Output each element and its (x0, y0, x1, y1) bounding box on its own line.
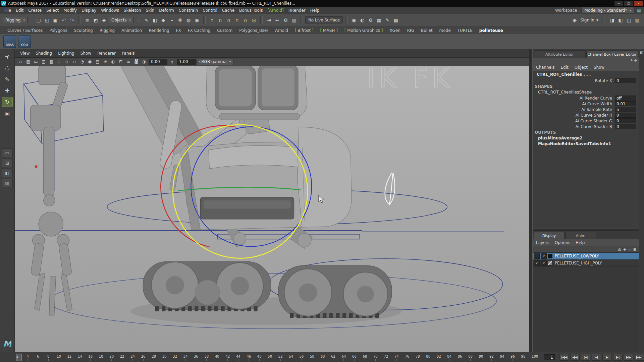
lasso-select-tool[interactable]: ◌ (2, 63, 13, 73)
colorspace-selector[interactable]: sRGB gamma ▾ (197, 59, 233, 65)
menu-set-selector[interactable]: Rigging ▾ (3, 17, 28, 23)
channel-value-field[interactable]: 0 (615, 124, 636, 129)
go-to-start-button[interactable]: |◀◀ (559, 354, 569, 361)
menu-item[interactable]: [Arnold] (265, 7, 286, 13)
miscellaneous-mask-icon[interactable]: ◍ (184, 16, 193, 24)
workspace-switch-icon[interactable]: ▦ (636, 8, 642, 13)
menu-item[interactable]: Skeleton (121, 7, 144, 13)
shelf-tab[interactable]: Polygons (47, 27, 70, 34)
gate-mask-icon[interactable]: ▩ (48, 58, 55, 65)
sign-in-button[interactable]: Sign In (581, 18, 594, 22)
menu-item[interactable]: Select (44, 7, 61, 13)
menu-item[interactable]: Modify (61, 7, 79, 13)
maximize-button[interactable]: ▢ (624, 1, 633, 6)
shelf-tab[interactable]: TURTLE (455, 27, 475, 34)
layer-row[interactable]: P PELLETEUSE_LOWPOLY (533, 253, 639, 260)
play-forwards-button[interactable]: ▶ (602, 354, 612, 361)
panel-menu-item[interactable]: Panels (119, 50, 138, 56)
shelf-tab[interactable]: Custom (214, 27, 235, 34)
step-back-key-button[interactable]: ◀◀ (570, 354, 580, 361)
channel-box-menu-item[interactable]: Edit (561, 65, 569, 70)
menu-item[interactable]: RRender (286, 7, 308, 13)
redo-icon[interactable]: ↷ (68, 16, 76, 24)
shelf-tab[interactable]: Rigging (97, 27, 117, 34)
shelf-tab[interactable]: FX (173, 27, 184, 34)
new-layer-from-selected-icon[interactable]: ▱ (628, 247, 631, 252)
open-scene-icon[interactable]: ◰ (43, 16, 51, 24)
show-workspace-icon[interactable]: ▥ (633, 16, 641, 24)
layer-editor-tab[interactable]: Display (534, 232, 565, 239)
shelf-tab[interactable]: Rendering (146, 27, 172, 34)
current-frame-field[interactable]: 1 (544, 354, 555, 360)
channel-value-field[interactable]: 0 (615, 78, 636, 83)
safe-action-icon[interactable]: ◇ (63, 58, 70, 65)
render-view-icon[interactable]: ▦ (375, 16, 383, 24)
menu-item[interactable]: Windows (99, 7, 121, 13)
panel-splitter[interactable] (529, 49, 532, 352)
menu-item[interactable]: Control (200, 7, 219, 13)
handles-mask-icon[interactable]: ✚ (176, 16, 184, 24)
menu-item[interactable]: Cache (220, 7, 237, 13)
layer-editor-menu-item[interactable]: Layers (536, 240, 549, 245)
scene-3d[interactable]: IK FK (15, 66, 529, 352)
shelf-tab[interactable]: RIG (405, 27, 417, 34)
right-panel-tab[interactable]: Attribute Editor (534, 50, 586, 58)
gamma-icon[interactable]: γ (168, 58, 176, 65)
right-panel-tab[interactable]: Channel Box / Layer Editor (586, 50, 638, 58)
channel-value-field[interactable]: 0.01 (615, 101, 636, 106)
rendering-mask-icon[interactable]: ◉ (193, 16, 201, 24)
four-pane-layout-button[interactable]: ⊞ (2, 159, 13, 167)
paint-effects-icon[interactable]: ✎ (383, 16, 391, 24)
wireframe-icon[interactable]: ◔ (78, 58, 86, 65)
output-connections-icon[interactable]: ⇤ (273, 16, 281, 24)
new-scene-icon[interactable]: ▢ (35, 16, 43, 24)
shadows-icon[interactable]: ◐ (109, 58, 117, 65)
grid-toggle-icon[interactable]: ▦ (24, 58, 32, 65)
show-channel-box-icon[interactable]: ◨ (608, 16, 616, 24)
step-forward-frame-button[interactable]: ▶| (613, 354, 623, 361)
menu-item[interactable]: Edit (13, 7, 26, 13)
shelf-tab[interactable]: Bifrost (292, 27, 316, 34)
workspace-selector[interactable]: Modeling - Standard* ▾ (582, 7, 634, 13)
selected-node-name[interactable]: CTRL_ROT_Chenilles . . . (533, 71, 639, 78)
snap-to-view-planes-icon[interactable]: ∩ (241, 16, 250, 24)
shelf-tab[interactable]: FX Caching (185, 27, 213, 34)
select-hierarchy-icon[interactable]: ≡ (83, 16, 91, 24)
channel-box-menu-item[interactable]: Object (575, 65, 588, 70)
persp-outliner-layout-button[interactable]: ◧ (2, 169, 13, 177)
select-component-icon[interactable]: ◈ (100, 16, 108, 24)
close-button[interactable]: × (634, 1, 643, 6)
show-attribute-editor-icon[interactable]: ◧ (616, 16, 625, 24)
layer-editor-splitter[interactable] (533, 229, 639, 231)
new-scene-layer-icon[interactable]: ⊞ (633, 247, 636, 252)
motion-blur-icon[interactable]: ≋ (125, 58, 132, 65)
render-current-frame-icon[interactable]: ◉ (350, 16, 358, 24)
panel-collapse-icon[interactable]: ◧ (640, 51, 643, 54)
select-camera-icon[interactable]: ⌂ (17, 58, 24, 65)
curves-mask-icon[interactable]: ∿ (143, 16, 151, 24)
play-backwards-button[interactable]: ◀ (592, 354, 601, 361)
paint-select-tool[interactable]: ✎ (2, 74, 13, 84)
move-tool[interactable]: ✚ (2, 85, 13, 96)
current-time-indicator[interactable] (16, 354, 22, 361)
construction-history-icon[interactable]: ⚙ (282, 16, 290, 24)
menu-item[interactable]: File (2, 7, 13, 13)
time-slider-track[interactable]: 2468101214161820222426283032343638404244… (15, 354, 538, 361)
layer-editor-tab[interactable]: Anim (565, 232, 596, 239)
output-node[interactable]: MayaNodeEditorSavedTabsInfo1 (533, 141, 639, 147)
render-settings-icon[interactable]: ⚙ (367, 16, 375, 24)
layer-playback-toggle[interactable]: P (541, 260, 547, 266)
menu-item[interactable]: Deform (157, 7, 176, 13)
open-editor-icon[interactable]: ▥ (290, 16, 298, 24)
film-gate-icon[interactable]: ▭ (32, 58, 40, 65)
surfaces-mask-icon[interactable]: ◧ (151, 16, 159, 24)
menu-item[interactable]: Constrain (176, 7, 201, 13)
points-mask-icon[interactable]: ∴ (134, 16, 142, 24)
layer-editor-menu-item[interactable]: Options (555, 240, 570, 245)
shelf-tab[interactable]: pelleteuse (477, 27, 506, 34)
save-scene-icon[interactable]: ▣ (51, 16, 59, 24)
shape-node-name[interactable]: CTRL_ROT_ChenillesShape (533, 89, 639, 95)
exposure-field[interactable]: 0.00 (149, 59, 167, 65)
shelf-tab[interactable]: MASH (318, 27, 340, 34)
layer-row[interactable]: V P PELLETEUSE_HIGH_POLY (533, 260, 639, 267)
